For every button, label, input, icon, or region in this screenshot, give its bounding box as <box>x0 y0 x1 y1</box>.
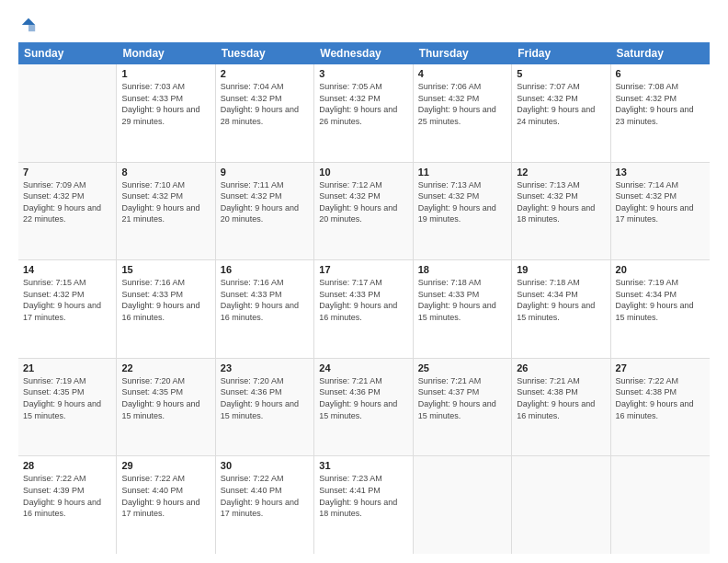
calendar-row-1: 1Sunrise: 7:03 AMSunset: 4:33 PMDaylight… <box>18 64 710 163</box>
header-day-sunday: Sunday <box>18 42 117 64</box>
day-detail: Sunrise: 7:16 AMSunset: 4:33 PMDaylight:… <box>121 277 210 323</box>
header-day-monday: Monday <box>117 42 215 64</box>
day-detail: Sunrise: 7:13 AMSunset: 4:32 PMDaylight:… <box>517 179 605 225</box>
day-number: 30 <box>221 460 309 471</box>
calendar-cell: 6Sunrise: 7:08 AMSunset: 4:32 PMDaylight… <box>611 64 710 162</box>
day-detail: Sunrise: 7:19 AMSunset: 4:34 PMDaylight:… <box>616 277 705 323</box>
day-detail: Sunrise: 7:21 AMSunset: 4:38 PMDaylight:… <box>517 375 605 421</box>
header-day-friday: Friday <box>512 42 610 64</box>
calendar-cell: 5Sunrise: 7:07 AMSunset: 4:32 PMDaylight… <box>512 64 610 162</box>
day-detail: Sunrise: 7:20 AMSunset: 4:36 PMDaylight:… <box>221 375 309 421</box>
calendar-row-4: 21Sunrise: 7:19 AMSunset: 4:35 PMDayligh… <box>18 359 710 457</box>
day-detail: Sunrise: 7:09 AMSunset: 4:32 PMDaylight:… <box>23 179 111 225</box>
day-number: 8 <box>121 167 210 178</box>
day-number: 7 <box>23 167 111 178</box>
day-number: 20 <box>616 264 705 275</box>
day-detail: Sunrise: 7:18 AMSunset: 4:34 PMDaylight:… <box>517 277 605 323</box>
day-detail: Sunrise: 7:14 AMSunset: 4:32 PMDaylight:… <box>616 179 705 225</box>
day-detail: Sunrise: 7:11 AMSunset: 4:32 PMDaylight:… <box>221 179 309 225</box>
svg-marker-1 <box>28 25 35 31</box>
calendar-cell: 4Sunrise: 7:06 AMSunset: 4:32 PMDaylight… <box>414 64 512 162</box>
day-number: 13 <box>616 167 705 178</box>
day-detail: Sunrise: 7:21 AMSunset: 4:37 PMDaylight:… <box>418 375 506 421</box>
day-number: 23 <box>221 362 309 373</box>
header <box>18 17 710 33</box>
calendar-cell <box>611 456 710 554</box>
calendar-cell: 3Sunrise: 7:05 AMSunset: 4:32 PMDaylight… <box>314 64 413 162</box>
day-detail: Sunrise: 7:12 AMSunset: 4:32 PMDaylight:… <box>319 179 407 225</box>
calendar-row-2: 7Sunrise: 7:09 AMSunset: 4:32 PMDaylight… <box>18 163 710 261</box>
day-number: 31 <box>319 460 407 471</box>
day-detail: Sunrise: 7:15 AMSunset: 4:32 PMDaylight:… <box>23 277 111 323</box>
day-detail: Sunrise: 7:21 AMSunset: 4:36 PMDaylight:… <box>319 375 407 421</box>
day-number: 11 <box>418 167 506 178</box>
calendar-cell: 13Sunrise: 7:14 AMSunset: 4:32 PMDayligh… <box>611 163 710 260</box>
logo-text <box>18 17 37 33</box>
day-number: 17 <box>319 264 407 275</box>
calendar-cell: 1Sunrise: 7:03 AMSunset: 4:33 PMDaylight… <box>117 64 215 162</box>
logo <box>18 17 37 33</box>
day-number: 18 <box>418 264 506 275</box>
day-number: 27 <box>616 362 705 373</box>
calendar-cell: 26Sunrise: 7:21 AMSunset: 4:38 PMDayligh… <box>512 359 610 456</box>
calendar-cell: 16Sunrise: 7:16 AMSunset: 4:33 PMDayligh… <box>216 260 314 358</box>
calendar-header: SundayMondayTuesdayWednesdayThursdayFrid… <box>18 42 710 64</box>
day-number: 4 <box>418 68 506 79</box>
day-detail: Sunrise: 7:05 AMSunset: 4:32 PMDaylight:… <box>319 81 407 127</box>
calendar-cell <box>414 456 512 554</box>
calendar-cell: 30Sunrise: 7:22 AMSunset: 4:40 PMDayligh… <box>216 456 314 554</box>
calendar-row-5: 28Sunrise: 7:22 AMSunset: 4:39 PMDayligh… <box>18 456 710 554</box>
day-number: 10 <box>319 167 407 178</box>
calendar-cell: 25Sunrise: 7:21 AMSunset: 4:37 PMDayligh… <box>414 359 512 456</box>
day-number: 24 <box>319 362 407 373</box>
page: SundayMondayTuesdayWednesdayThursdayFrid… <box>0 0 728 563</box>
day-number: 9 <box>221 167 309 178</box>
day-detail: Sunrise: 7:23 AMSunset: 4:41 PMDaylight:… <box>319 473 407 519</box>
calendar-cell: 15Sunrise: 7:16 AMSunset: 4:33 PMDayligh… <box>117 260 215 358</box>
day-number: 6 <box>616 68 705 79</box>
day-number: 12 <box>517 167 605 178</box>
day-detail: Sunrise: 7:18 AMSunset: 4:33 PMDaylight:… <box>418 277 506 323</box>
header-day-saturday: Saturday <box>611 42 710 64</box>
day-number: 29 <box>121 460 210 471</box>
logo-icon <box>20 17 37 33</box>
svg-marker-0 <box>22 18 35 25</box>
day-detail: Sunrise: 7:20 AMSunset: 4:35 PMDaylight:… <box>121 375 210 421</box>
day-number: 16 <box>221 264 309 275</box>
calendar-row-3: 14Sunrise: 7:15 AMSunset: 4:32 PMDayligh… <box>18 260 710 359</box>
calendar-cell <box>18 64 117 162</box>
day-number: 3 <box>319 68 407 79</box>
day-detail: Sunrise: 7:22 AMSunset: 4:38 PMDaylight:… <box>616 375 705 421</box>
day-number: 25 <box>418 362 506 373</box>
day-number: 28 <box>23 460 111 471</box>
calendar-cell <box>512 456 610 554</box>
day-number: 19 <box>517 264 605 275</box>
day-detail: Sunrise: 7:16 AMSunset: 4:33 PMDaylight:… <box>221 277 309 323</box>
day-number: 22 <box>121 362 210 373</box>
calendar-cell: 14Sunrise: 7:15 AMSunset: 4:32 PMDayligh… <box>18 260 117 358</box>
day-detail: Sunrise: 7:04 AMSunset: 4:32 PMDaylight:… <box>221 81 309 127</box>
day-detail: Sunrise: 7:06 AMSunset: 4:32 PMDaylight:… <box>418 81 506 127</box>
day-number: 26 <box>517 362 605 373</box>
day-number: 5 <box>517 68 605 79</box>
header-day-thursday: Thursday <box>414 42 512 64</box>
calendar-cell: 20Sunrise: 7:19 AMSunset: 4:34 PMDayligh… <box>611 260 710 358</box>
calendar-cell: 8Sunrise: 7:10 AMSunset: 4:32 PMDaylight… <box>117 163 215 260</box>
calendar-cell: 17Sunrise: 7:17 AMSunset: 4:33 PMDayligh… <box>314 260 413 358</box>
day-number: 1 <box>121 68 210 79</box>
day-detail: Sunrise: 7:13 AMSunset: 4:32 PMDaylight:… <box>418 179 506 225</box>
day-detail: Sunrise: 7:17 AMSunset: 4:33 PMDaylight:… <box>319 277 407 323</box>
calendar-cell: 23Sunrise: 7:20 AMSunset: 4:36 PMDayligh… <box>216 359 314 456</box>
day-number: 21 <box>23 362 111 373</box>
day-detail: Sunrise: 7:22 AMSunset: 4:40 PMDaylight:… <box>221 473 309 519</box>
calendar-cell: 10Sunrise: 7:12 AMSunset: 4:32 PMDayligh… <box>314 163 413 260</box>
calendar-cell: 21Sunrise: 7:19 AMSunset: 4:35 PMDayligh… <box>18 359 117 456</box>
calendar-cell: 31Sunrise: 7:23 AMSunset: 4:41 PMDayligh… <box>314 456 413 554</box>
calendar-cell: 29Sunrise: 7:22 AMSunset: 4:40 PMDayligh… <box>117 456 215 554</box>
calendar-cell: 19Sunrise: 7:18 AMSunset: 4:34 PMDayligh… <box>512 260 610 358</box>
calendar-cell: 2Sunrise: 7:04 AMSunset: 4:32 PMDaylight… <box>216 64 314 162</box>
day-number: 14 <box>23 264 111 275</box>
calendar-cell: 12Sunrise: 7:13 AMSunset: 4:32 PMDayligh… <box>512 163 610 260</box>
calendar-cell: 7Sunrise: 7:09 AMSunset: 4:32 PMDaylight… <box>18 163 117 260</box>
header-day-tuesday: Tuesday <box>216 42 314 64</box>
